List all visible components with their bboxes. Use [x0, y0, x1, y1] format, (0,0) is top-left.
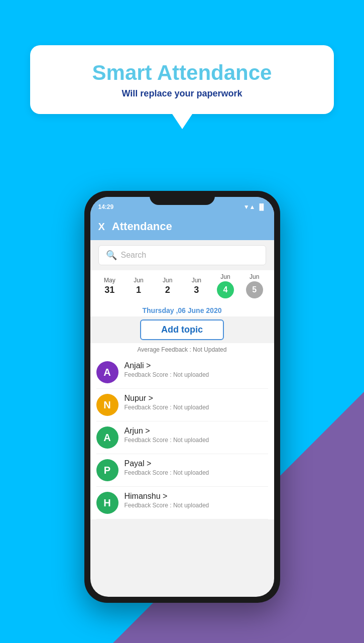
date-day-1: 1 — [136, 285, 141, 295]
date-col-may31[interactable]: May 31 — [95, 277, 125, 295]
student-item-arjun[interactable]: A Arjun > Feedback Score : Not uploaded — [96, 421, 268, 454]
student-info-himanshu: Himanshu > Feedback Score : Not uploaded — [125, 492, 268, 509]
student-info-arjun: Arjun > Feedback Score : Not uploaded — [125, 426, 268, 444]
student-item-himanshu[interactable]: H Himanshu > Feedback Score : Not upload… — [96, 487, 268, 519]
date-month-4: Jun — [220, 273, 230, 280]
date-month-1: Jun — [134, 277, 143, 284]
add-topic-button[interactable]: Add topic — [140, 319, 224, 340]
student-item-anjali[interactable]: A Anjali > Feedback Score : Not uploaded — [96, 356, 268, 389]
avg-feedback: Average Feedback : Not Updated — [90, 343, 274, 356]
speech-bubble-title: Smart Attendance — [50, 60, 314, 85]
date-month-2: Jun — [163, 277, 172, 284]
date-day-4-active: 4 — [217, 281, 234, 298]
date-day-3: 3 — [194, 285, 199, 295]
status-time: 14:29 — [98, 203, 114, 210]
selected-date-label: Thursday ,06 June 2020 — [90, 301, 274, 316]
speech-bubble-subtitle: Will replace your paperwork — [50, 88, 314, 99]
student-name-payal: Payal > — [125, 459, 268, 468]
phone-notch — [150, 191, 215, 205]
student-feedback-himanshu: Feedback Score : Not uploaded — [125, 502, 268, 509]
student-feedback-anjali: Feedback Score : Not uploaded — [125, 371, 268, 378]
search-bar[interactable]: 🔍 Search — [98, 245, 266, 265]
avatar-anjali: A — [96, 361, 118, 383]
date-col-jun5[interactable]: Jun 5 — [240, 273, 269, 298]
student-name-arjun: Arjun > — [125, 426, 268, 436]
avatar-himanshu: H — [96, 492, 118, 514]
student-info-anjali: Anjali > Feedback Score : Not uploaded — [125, 361, 268, 378]
date-col-jun2[interactable]: Jun 2 — [153, 277, 182, 295]
date-month-0: May — [104, 277, 115, 284]
student-name-anjali: Anjali > — [125, 361, 268, 370]
date-day-0: 31 — [104, 285, 114, 295]
date-col-jun3[interactable]: Jun 3 — [182, 277, 211, 295]
date-scroll[interactable]: May 31 Jun 1 Jun 2 Jun 3 Jun 4 — [90, 270, 274, 301]
student-feedback-arjun: Feedback Score : Not uploaded — [125, 437, 268, 444]
student-name-himanshu: Himanshu > — [125, 492, 268, 501]
student-feedback-payal: Feedback Score : Not uploaded — [125, 469, 268, 476]
date-day-2: 2 — [165, 285, 170, 295]
status-icons: ▼▲ ▐▌ — [244, 203, 266, 210]
battery-icon: ▐▌ — [257, 203, 266, 210]
avatar-arjun: A — [96, 426, 118, 449]
phone-screen: 14:29 ▼▲ ▐▌ X Attendance 🔍 Search May — [90, 197, 274, 597]
app-header: X Attendance — [90, 215, 274, 240]
signal-icon: ▼▲ — [244, 203, 256, 210]
speech-bubble: Smart Attendance Will replace your paper… — [30, 45, 334, 114]
student-info-nupur: Nupur > Feedback Score : Not uploaded — [125, 394, 268, 411]
avatar-payal: P — [96, 459, 118, 481]
phone-mockup: 14:29 ▼▲ ▐▌ X Attendance 🔍 Search May — [84, 191, 280, 603]
student-feedback-nupur: Feedback Score : Not uploaded — [125, 404, 268, 411]
student-item-nupur[interactable]: N Nupur > Feedback Score : Not uploaded — [96, 389, 268, 421]
close-button[interactable]: X — [98, 221, 105, 233]
app-title: Attendance — [112, 220, 172, 233]
date-col-jun1[interactable]: Jun 1 — [124, 277, 153, 295]
student-info-payal: Payal > Feedback Score : Not uploaded — [125, 459, 268, 476]
phone-outer: 14:29 ▼▲ ▐▌ X Attendance 🔍 Search May — [84, 191, 280, 603]
student-name-nupur: Nupur > — [125, 394, 268, 403]
date-day-5: 5 — [246, 281, 263, 298]
student-item-payal[interactable]: P Payal > Feedback Score : Not uploaded — [96, 454, 268, 487]
date-col-jun4[interactable]: Jun 4 — [211, 273, 240, 298]
date-month-3: Jun — [192, 277, 201, 284]
search-input[interactable]: Search — [121, 251, 147, 260]
date-month-5: Jun — [250, 273, 259, 280]
search-icon: 🔍 — [106, 250, 117, 261]
avatar-nupur: N — [96, 394, 118, 416]
student-list: A Anjali > Feedback Score : Not uploaded… — [90, 356, 274, 519]
